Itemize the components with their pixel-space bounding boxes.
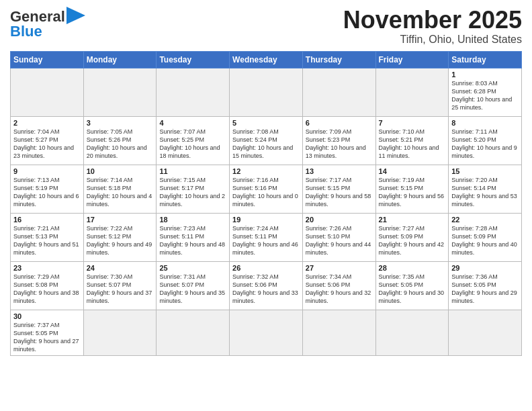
- day-number: 10: [87, 167, 154, 175]
- day-number: 18: [159, 216, 226, 224]
- day-info: Sunrise: 7:23 AM Sunset: 5:11 PM Dayligh…: [159, 224, 226, 257]
- calendar-cell: [375, 68, 449, 116]
- header-friday: Friday: [375, 51, 449, 68]
- day-info: Sunrise: 7:35 AM Sunset: 5:05 PM Dayligh…: [379, 273, 446, 306]
- day-number: 21: [379, 216, 446, 224]
- calendar-cell: 28Sunrise: 7:35 AM Sunset: 5:05 PM Dayli…: [375, 261, 449, 310]
- svg-marker-0: [66, 7, 85, 24]
- header-thursday: Thursday: [302, 51, 375, 68]
- calendar-cell: [157, 68, 230, 116]
- day-number: 13: [306, 167, 373, 175]
- calendar-week-row: 30Sunrise: 7:37 AM Sunset: 5:05 PM Dayli…: [11, 310, 522, 356]
- calendar-cell: 7Sunrise: 7:10 AM Sunset: 5:21 PM Daylig…: [375, 116, 449, 165]
- calendar-week-row: 23Sunrise: 7:29 AM Sunset: 5:08 PM Dayli…: [11, 261, 522, 310]
- day-info: Sunrise: 8:03 AM Sunset: 6:28 PM Dayligh…: [451, 79, 519, 112]
- day-info: Sunrise: 7:19 AM Sunset: 5:15 PM Dayligh…: [379, 176, 446, 209]
- day-info: Sunrise: 7:26 AM Sunset: 5:10 PM Dayligh…: [306, 224, 373, 257]
- day-info: Sunrise: 7:32 AM Sunset: 5:06 PM Dayligh…: [232, 273, 300, 306]
- day-info: Sunrise: 7:11 AM Sunset: 5:20 PM Dayligh…: [451, 128, 519, 161]
- calendar-cell: [11, 68, 84, 116]
- day-info: Sunrise: 7:28 AM Sunset: 5:09 PM Dayligh…: [451, 224, 519, 257]
- header-wednesday: Wednesday: [230, 51, 303, 68]
- day-number: 29: [451, 264, 519, 272]
- calendar-cell: [83, 310, 157, 356]
- header-sunday: Sunday: [11, 51, 84, 68]
- day-info: Sunrise: 7:30 AM Sunset: 5:07 PM Dayligh…: [87, 273, 154, 306]
- day-info: Sunrise: 7:27 AM Sunset: 5:09 PM Dayligh…: [379, 224, 446, 257]
- header: General Blue November 2025 Tiffin, Ohio,…: [10, 7, 522, 46]
- calendar-cell: [449, 310, 522, 356]
- day-info: Sunrise: 7:36 AM Sunset: 5:05 PM Dayligh…: [451, 273, 519, 306]
- header-saturday: Saturday: [449, 51, 522, 68]
- day-info: Sunrise: 7:17 AM Sunset: 5:15 PM Dayligh…: [306, 176, 373, 209]
- day-number: 19: [232, 216, 300, 224]
- calendar-cell: 6Sunrise: 7:09 AM Sunset: 5:23 PM Daylig…: [302, 116, 375, 165]
- calendar-cell: 5Sunrise: 7:08 AM Sunset: 5:24 PM Daylig…: [230, 116, 303, 165]
- day-number: 6: [306, 119, 373, 127]
- day-info: Sunrise: 7:37 AM Sunset: 5:05 PM Dayligh…: [13, 321, 81, 354]
- calendar-cell: 4Sunrise: 7:07 AM Sunset: 5:25 PM Daylig…: [157, 116, 230, 165]
- day-number: 15: [451, 167, 519, 175]
- calendar-cell: 23Sunrise: 7:29 AM Sunset: 5:08 PM Dayli…: [11, 261, 84, 310]
- day-number: 26: [232, 264, 300, 272]
- calendar-cell: 22Sunrise: 7:28 AM Sunset: 5:09 PM Dayli…: [449, 213, 522, 261]
- day-number: 5: [232, 119, 300, 127]
- calendar-cell: 12Sunrise: 7:16 AM Sunset: 5:16 PM Dayli…: [230, 165, 303, 213]
- day-number: 28: [379, 264, 446, 272]
- day-info: Sunrise: 7:04 AM Sunset: 5:27 PM Dayligh…: [13, 128, 81, 161]
- calendar-week-row: 1Sunrise: 8:03 AM Sunset: 6:28 PM Daylig…: [11, 68, 522, 116]
- day-info: Sunrise: 7:09 AM Sunset: 5:23 PM Dayligh…: [306, 128, 373, 161]
- logo-blue-icon: [66, 7, 85, 24]
- calendar-cell: 2Sunrise: 7:04 AM Sunset: 5:27 PM Daylig…: [11, 116, 84, 165]
- day-number: 11: [159, 167, 226, 175]
- page: General Blue November 2025 Tiffin, Ohio,…: [0, 0, 532, 411]
- day-info: Sunrise: 7:14 AM Sunset: 5:18 PM Dayligh…: [87, 176, 154, 209]
- day-info: Sunrise: 7:05 AM Sunset: 5:26 PM Dayligh…: [87, 128, 154, 161]
- calendar-cell: 24Sunrise: 7:30 AM Sunset: 5:07 PM Dayli…: [83, 261, 157, 310]
- day-number: 8: [451, 119, 519, 127]
- calendar-cell: [157, 310, 230, 356]
- day-number: 7: [379, 119, 446, 127]
- calendar-cell: 30Sunrise: 7:37 AM Sunset: 5:05 PM Dayli…: [11, 310, 84, 356]
- day-number: 3: [87, 119, 154, 127]
- calendar-cell: [302, 68, 375, 116]
- calendar-cell: 16Sunrise: 7:21 AM Sunset: 5:13 PM Dayli…: [11, 213, 84, 261]
- calendar-cell: 11Sunrise: 7:15 AM Sunset: 5:17 PM Dayli…: [157, 165, 230, 213]
- day-number: 20: [306, 216, 373, 224]
- calendar-cell: [302, 310, 375, 356]
- calendar-cell: 29Sunrise: 7:36 AM Sunset: 5:05 PM Dayli…: [449, 261, 522, 310]
- day-info: Sunrise: 7:16 AM Sunset: 5:16 PM Dayligh…: [232, 176, 300, 209]
- calendar-cell: 25Sunrise: 7:31 AM Sunset: 5:07 PM Dayli…: [157, 261, 230, 310]
- calendar-cell: 18Sunrise: 7:23 AM Sunset: 5:11 PM Dayli…: [157, 213, 230, 261]
- day-info: Sunrise: 7:10 AM Sunset: 5:21 PM Dayligh…: [379, 128, 446, 161]
- logo-text-blue: Blue: [10, 23, 42, 40]
- calendar-cell: 1Sunrise: 8:03 AM Sunset: 6:28 PM Daylig…: [449, 68, 522, 116]
- calendar-cell: 10Sunrise: 7:14 AM Sunset: 5:18 PM Dayli…: [83, 165, 157, 213]
- day-number: 27: [306, 264, 373, 272]
- day-number: 24: [87, 264, 154, 272]
- calendar-cell: [83, 68, 157, 116]
- day-number: 17: [87, 216, 154, 224]
- calendar-subtitle: Tiffin, Ohio, United States: [343, 34, 522, 46]
- day-number: 16: [13, 216, 81, 224]
- day-number: 9: [13, 167, 81, 175]
- calendar-table: Sunday Monday Tuesday Wednesday Thursday…: [10, 51, 522, 357]
- calendar-cell: 13Sunrise: 7:17 AM Sunset: 5:15 PM Dayli…: [302, 165, 375, 213]
- day-info: Sunrise: 7:15 AM Sunset: 5:17 PM Dayligh…: [159, 176, 226, 209]
- calendar-cell: 14Sunrise: 7:19 AM Sunset: 5:15 PM Dayli…: [375, 165, 449, 213]
- calendar-cell: [375, 310, 449, 356]
- day-number: 4: [159, 119, 226, 127]
- day-info: Sunrise: 7:08 AM Sunset: 5:24 PM Dayligh…: [232, 128, 300, 161]
- calendar-cell: 27Sunrise: 7:34 AM Sunset: 5:06 PM Dayli…: [302, 261, 375, 310]
- calendar-cell: [230, 310, 303, 356]
- calendar-cell: 20Sunrise: 7:26 AM Sunset: 5:10 PM Dayli…: [302, 213, 375, 261]
- day-number: 25: [159, 264, 226, 272]
- calendar-cell: 26Sunrise: 7:32 AM Sunset: 5:06 PM Dayli…: [230, 261, 303, 310]
- logo: General Blue: [10, 7, 85, 40]
- day-number: 2: [13, 119, 81, 127]
- calendar-week-row: 16Sunrise: 7:21 AM Sunset: 5:13 PM Dayli…: [11, 213, 522, 261]
- day-info: Sunrise: 7:34 AM Sunset: 5:06 PM Dayligh…: [306, 273, 373, 306]
- calendar-cell: 3Sunrise: 7:05 AM Sunset: 5:26 PM Daylig…: [83, 116, 157, 165]
- calendar-cell: 8Sunrise: 7:11 AM Sunset: 5:20 PM Daylig…: [449, 116, 522, 165]
- day-info: Sunrise: 7:22 AM Sunset: 5:12 PM Dayligh…: [87, 224, 154, 257]
